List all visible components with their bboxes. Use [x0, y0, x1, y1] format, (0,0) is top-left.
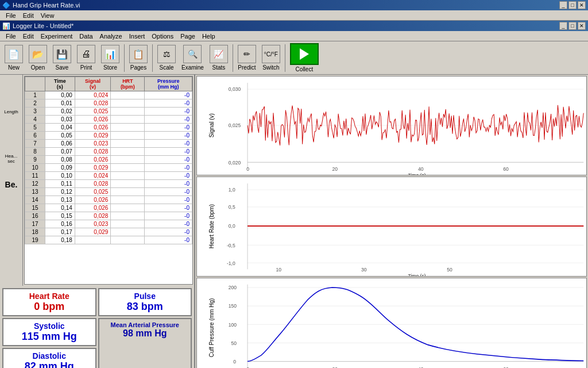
toolbar-pages-label: Pages [130, 64, 146, 71]
pressure-chart-area: 200 150 100 50 0 0 20 40 60 Time (s) [226, 278, 586, 368]
toolbar-store-button[interactable]: 📊 Store [99, 44, 122, 72]
table-cell: 5 [25, 124, 45, 132]
table-cell: 0,12 [45, 188, 75, 196]
left-panel: Length Hea...sec Be. Time(s) Signal(v) H… [0, 75, 195, 368]
table-cell: 1 [25, 91, 45, 99]
toolbar-pages-button[interactable]: 📋 Pages [127, 44, 150, 72]
table-cell: -0 [145, 228, 192, 236]
table-cell: 0,026 [75, 124, 111, 132]
examine-icon: 🔍 [183, 45, 202, 63]
outer-title-bar: 🔷 Hand Grip Heart Rate.vi _ □ ✕ [0, 0, 588, 10]
table-row: 110,100,024-0 [25, 172, 192, 180]
table-cell: 0,023 [75, 220, 111, 228]
toolbar-predict-button[interactable]: ✏ Predict [235, 44, 258, 72]
table-cell: 6 [25, 132, 45, 140]
svg-text:0: 0 [233, 358, 236, 365]
menu-analyze[interactable]: Analyze [96, 31, 126, 41]
table-row: 180,170,029-0 [25, 228, 192, 236]
toolbar-collect-button[interactable]: Collect [288, 42, 321, 74]
menu-file[interactable]: File [2, 31, 20, 41]
table-row: 60,050,029-0 [25, 132, 192, 140]
toolbar-stats-label: Stats [212, 64, 226, 71]
svg-text:100: 100 [229, 321, 237, 328]
table-cell: 0,14 [45, 204, 75, 212]
table-row: 70,060,023-0 [25, 140, 192, 148]
table-cell [111, 91, 145, 99]
toolbar-new-label: New [8, 64, 20, 71]
menu-insert[interactable]: Insert [126, 31, 149, 41]
map-box: Mean Arterial Pressure 98 mm Hg [98, 318, 192, 368]
toolbar-open-label: Open [31, 64, 45, 71]
data-table: Time(s) Signal(v) HRT(bpm) Pressure(mm H… [25, 76, 192, 244]
bea-label: Be. [5, 180, 18, 189]
menu-data[interactable]: Data [76, 31, 96, 41]
collect-icon [290, 43, 319, 65]
table-cell: -0 [145, 164, 192, 172]
table-row: 170,160,023-0 [25, 220, 192, 228]
table-cell: 10 [25, 164, 45, 172]
heartrate-chart-area: 1,0 0,5 0,0 -0,5 -1,0 10 30 50 Time (s) [226, 177, 586, 275]
svg-text:-0,5: -0,5 [227, 242, 235, 248]
inner-close-button[interactable]: ✕ [578, 22, 586, 30]
table-cell [111, 148, 145, 156]
toolbar-new-button[interactable]: 📄 New [2, 44, 25, 72]
outer-window-title: Hand Grip Heart Rate.vi [13, 2, 559, 9]
table-cell [111, 99, 145, 108]
toolbar-print-button[interactable]: 🖨 Print [75, 44, 98, 72]
table-cell: -0 [145, 140, 192, 148]
maximize-button[interactable]: □ [568, 1, 577, 9]
toolbar-separator-1 [124, 44, 125, 72]
table-cell: 0,028 [75, 99, 111, 108]
minimize-button[interactable]: _ [559, 1, 567, 9]
toolbar-tempswitch-button[interactable]: °C/°F Switch [260, 44, 283, 72]
table-scroll[interactable]: Time(s) Signal(v) HRT(bpm) Pressure(mm H… [25, 76, 192, 244]
table-cell: 0,17 [45, 228, 75, 236]
menu-options[interactable]: Options [148, 31, 177, 41]
toolbar-save-button[interactable]: 💾 Save [51, 44, 74, 72]
menu-edit[interactable]: Edit [20, 31, 37, 41]
svg-text:40: 40 [418, 166, 424, 172]
menu-help[interactable]: Help [199, 31, 219, 41]
table-cell: -0 [145, 236, 192, 244]
table-cell [111, 156, 145, 164]
outer-menu-file[interactable]: File [2, 10, 20, 20]
table-cell [111, 220, 145, 228]
toolbar-examine-button[interactable]: 🔍 Examine [179, 44, 206, 72]
svg-text:30: 30 [361, 266, 367, 273]
svg-text:Time (s): Time (s) [408, 172, 426, 175]
toolbar-separator-2 [152, 44, 153, 72]
table-cell: 0,026 [75, 204, 111, 212]
toolbar-store-label: Store [103, 64, 117, 71]
toolbar-separator-3 [233, 44, 233, 72]
table-cell: -0 [145, 196, 192, 204]
outer-menu-bar: File Edit View [0, 10, 588, 21]
inner-maximize-button[interactable]: □ [568, 22, 577, 30]
outer-menu-edit[interactable]: Edit [20, 10, 37, 20]
table-cell: 0,025 [75, 108, 111, 116]
svg-text:60: 60 [503, 166, 509, 172]
table-cell: -0 [145, 172, 192, 180]
outer-menu-view[interactable]: View [37, 10, 58, 20]
table-cell: 8 [25, 148, 45, 156]
table-cell: -0 [145, 156, 192, 164]
toolbar-scale-button[interactable]: ⚖ Scale [155, 44, 178, 72]
inner-minimize-button[interactable]: _ [559, 22, 567, 30]
close-button[interactable]: ✕ [578, 1, 586, 9]
metrics-panel: Heart Rate 0 bpm Pulse 83 bpm Systolic 1… [0, 286, 194, 368]
predict-icon: ✏ [238, 45, 256, 63]
table-cell: 0,024 [75, 172, 111, 180]
menu-experiment[interactable]: Experiment [37, 31, 76, 41]
col-header-num [25, 77, 45, 91]
toolbar-stats-button[interactable]: 📈 Stats [207, 44, 230, 72]
table-row: 50,040,026-0 [25, 124, 192, 132]
table-cell: 0,029 [75, 132, 111, 140]
pages-icon: 📋 [129, 45, 148, 63]
toolbar-open-button[interactable]: 📂 Open [26, 44, 49, 72]
map-value: 98 mm Hg [104, 328, 187, 339]
table-row: 10,000,024-0 [25, 91, 192, 99]
menu-page[interactable]: Page [177, 31, 199, 41]
table-cell: 0,026 [75, 196, 111, 204]
svg-text:0,025: 0,025 [229, 122, 241, 129]
table-cell: 0,16 [45, 220, 75, 228]
systolic-box: Systolic 115 mm Hg [2, 318, 96, 346]
